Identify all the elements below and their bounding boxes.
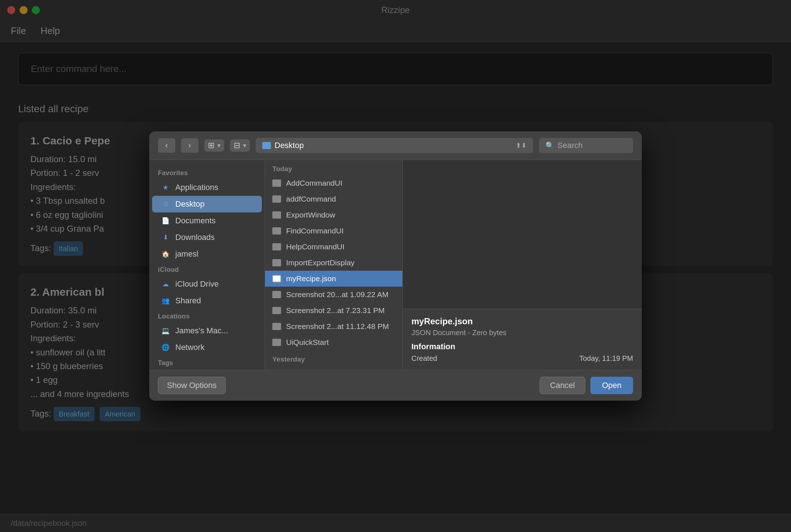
dialog-preview: myRecipe.json JSON Document - Zero bytes…	[403, 160, 642, 370]
file-icon-FindCommandUI	[272, 227, 281, 235]
file-icon-UiQuickStart	[272, 339, 281, 346]
dialog-toolbar: ‹ › ⊞ ▾ ⊟ ▾ Desktop ⬆⬇ 🔍 Search	[149, 131, 642, 160]
open-button[interactable]: Open	[590, 377, 633, 394]
file-icon-addfCommand	[272, 195, 281, 203]
network-icon: 🌐	[161, 343, 170, 352]
preview-type: JSON Document - Zero bytes	[411, 329, 633, 337]
preview-info-section: Information	[411, 342, 633, 351]
sidebar-item-documents-label: Documents	[175, 216, 215, 225]
home-icon: 🏠	[161, 249, 170, 259]
dialog-sidebar: Favorites ★ Applications 🖥 Desktop 📄 Doc…	[149, 160, 265, 370]
sidebar-item-applications[interactable]: ★ Applications	[152, 179, 262, 196]
file-icon-AddCommandUI	[272, 180, 281, 187]
sidebar-item-home-label: jamesl	[175, 249, 198, 259]
view-grid-icon: ⊟	[234, 141, 240, 150]
view-columns-chevron: ▾	[217, 142, 221, 149]
documents-icon: 📄	[161, 216, 170, 225]
sidebar-item-home[interactable]: 🏠 jamesl	[152, 246, 262, 262]
file-UiQuickStart[interactable]: UiQuickStart	[265, 334, 402, 350]
show-options-button[interactable]: Show Options	[158, 377, 226, 394]
file-AddCommandUI[interactable]: AddCommandUI	[265, 175, 402, 191]
preview-filename: myRecipe.json	[411, 316, 633, 326]
sidebar-item-shared-label: Shared	[175, 296, 201, 305]
file-name-screenshot1: Screenshot 20...at 1.09.22 AM	[286, 290, 389, 299]
sidebar-item-applications-label: Applications	[175, 183, 218, 192]
file-screenshot1[interactable]: Screenshot 20...at 1.09.22 AM	[265, 287, 402, 303]
file-screenshot3[interactable]: Screenshot 2...at 11.12.48 PM	[265, 318, 402, 334]
favorites-section-title: Favorites	[149, 166, 265, 179]
file-name-myRecipe: myRecipe.json	[286, 274, 336, 283]
file-myRecipe[interactable]: myRecipe.json	[265, 271, 402, 287]
downloads-icon: ⬇	[161, 233, 170, 242]
dialog-footer: Show Options Cancel Open	[149, 370, 642, 401]
preview-created-value: Today, 11:19 PM	[579, 354, 633, 363]
icloud-icon: ☁	[161, 279, 170, 289]
file-name-screenshot3: Screenshot 2...at 11.12.48 PM	[286, 322, 389, 331]
sidebar-item-shared[interactable]: 👥 Shared	[152, 292, 262, 309]
button-group: Cancel Open	[540, 377, 633, 394]
file-addfCommand[interactable]: addfCommand	[265, 191, 402, 207]
today-label: Today	[265, 160, 402, 175]
file-name-FindCommandUI: FindCommandUI	[286, 227, 344, 235]
desktop-icon: 🖥	[161, 199, 170, 209]
sidebar-item-downloads-label: Downloads	[175, 233, 215, 242]
file-screenshot2[interactable]: Screenshot 2...at 7.23.31 PM	[265, 303, 402, 318]
file-dialog: ‹ › ⊞ ▾ ⊟ ▾ Desktop ⬆⬇ 🔍 Search	[149, 131, 642, 401]
dialog-overlay: ‹ › ⊞ ▾ ⊟ ▾ Desktop ⬆⬇ 🔍 Search	[0, 0, 791, 532]
back-button[interactable]: ‹	[158, 138, 175, 153]
mac-icon: 💻	[161, 326, 170, 335]
preview-info: myRecipe.json JSON Document - Zero bytes…	[403, 309, 642, 370]
tags-section-title: Tags	[149, 356, 265, 369]
file-icon-screenshot3	[272, 323, 281, 330]
sidebar-item-mac-label: James's Mac...	[175, 326, 228, 335]
file-name-AddCommandUI: AddCommandUI	[286, 179, 342, 187]
sidebar-item-downloads[interactable]: ⬇ Downloads	[152, 229, 262, 246]
file-ExportWindow[interactable]: ExportWindow	[265, 207, 402, 223]
yesterday-label: Yesterday	[265, 350, 402, 366]
file-name-ExportWindow: ExportWindow	[286, 211, 335, 219]
sidebar-item-documents[interactable]: 📄 Documents	[152, 212, 262, 229]
sidebar-item-icloud-label: iCloud Drive	[175, 279, 219, 289]
search-bar[interactable]: 🔍 Search	[539, 138, 633, 153]
file-name-addfCommand: addfCommand	[286, 195, 336, 203]
preview-created-label: Created	[411, 354, 437, 363]
view-switcher-columns[interactable]: ⊞ ▾	[204, 139, 224, 152]
locations-section-title: Locations	[149, 309, 265, 322]
forward-button[interactable]: ›	[181, 138, 198, 153]
sidebar-item-network-label: Network	[175, 343, 205, 352]
preview-image	[403, 160, 642, 309]
file-FindCommandUI[interactable]: FindCommandUI	[265, 223, 402, 239]
view-switcher-grid[interactable]: ⊟ ▾	[230, 139, 250, 152]
dialog-body: Favorites ★ Applications 🖥 Desktop 📄 Doc…	[149, 160, 642, 370]
file-icon-screenshot1	[272, 291, 281, 298]
view-columns-icon: ⊞	[208, 141, 214, 150]
file-icon-screenshot2	[272, 307, 281, 314]
sidebar-item-desktop[interactable]: 🖥 Desktop	[152, 196, 262, 212]
file-HelpCommandUI[interactable]: HelpCommandUI	[265, 239, 402, 255]
file-icon-ExportWindow	[272, 211, 281, 219]
sidebar-item-mac[interactable]: 💻 James's Mac...	[152, 322, 262, 339]
file-ImportExportDisplay[interactable]: ImportExportDisplay	[265, 255, 402, 271]
file-icon-HelpCommandUI	[272, 243, 281, 250]
cancel-button[interactable]: Cancel	[540, 377, 585, 394]
file-name-HelpCommandUI: HelpCommandUI	[286, 242, 344, 251]
search-placeholder: Search	[557, 141, 583, 150]
location-chevron: ⬆⬇	[516, 142, 527, 149]
sidebar-item-network[interactable]: 🌐 Network	[152, 339, 262, 356]
file-name-UiQuickStart: UiQuickStart	[286, 338, 329, 347]
sidebar-item-icloud[interactable]: ☁ iCloud Drive	[152, 276, 262, 292]
sidebar-item-desktop-label: Desktop	[175, 199, 205, 209]
dialog-filelist: Today AddCommandUI addfCommand ExportWin…	[265, 160, 403, 370]
location-bar[interactable]: Desktop ⬆⬇	[256, 138, 533, 153]
search-icon: 🔍	[545, 141, 554, 150]
file-name-ImportExportDisplay: ImportExportDisplay	[286, 258, 355, 267]
shared-icon: 👥	[161, 296, 170, 305]
view-grid-chevron: ▾	[243, 142, 246, 149]
preview-meta: Created Today, 11:19 PM	[411, 354, 633, 363]
location-text: Desktop	[275, 141, 304, 150]
icloud-section-title: iCloud	[149, 262, 265, 276]
file-name-screenshot2: Screenshot 2...at 7.23.31 PM	[286, 306, 385, 315]
location-folder-icon	[262, 142, 271, 149]
applications-icon: ★	[161, 183, 170, 192]
file-icon-myRecipe	[272, 275, 281, 282]
